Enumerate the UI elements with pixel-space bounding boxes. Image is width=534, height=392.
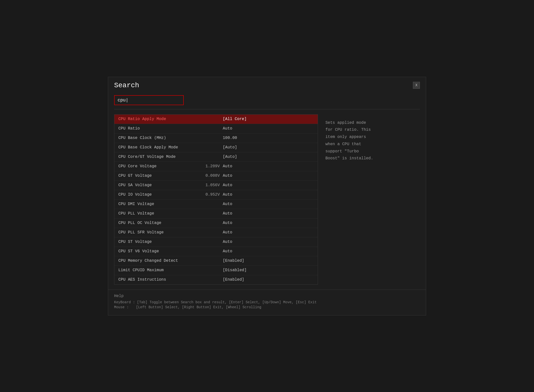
- mouse-help-row: Mouse : [Left Button] Select, [Right But…: [114, 305, 420, 309]
- keyboard-label: KeyBoard :: [114, 300, 135, 304]
- info-panel: Sets applied modefor CPU ratio. Thisitem…: [318, 114, 420, 285]
- row-value: Auto: [223, 249, 232, 254]
- table-row[interactable]: CPU SA Voltage1.056VAuto: [114, 181, 318, 190]
- row-value: [Auto]: [223, 155, 237, 159]
- row-value: Auto: [223, 174, 232, 178]
- row-value: Auto: [223, 126, 232, 131]
- content-area: CPU Ratio Apply Mode[All Core]CPU RatioA…: [114, 114, 420, 285]
- table-row[interactable]: CPU Ratio Apply Mode[All Core]: [114, 115, 318, 124]
- table-row[interactable]: CPU DMI VoltageAuto: [114, 200, 318, 209]
- info-text: Sets applied modefor CPU ratio. Thisitem…: [325, 121, 373, 161]
- row-name: CPU Memory Changed Detect: [118, 259, 203, 263]
- row-voltage: 1.056V: [203, 183, 223, 187]
- table-row[interactable]: CPU Base Clock Apply Mode[Auto]: [114, 143, 318, 152]
- table-row[interactable]: Limit CPUID Maximum[Disabled]: [114, 266, 318, 275]
- row-name: CPU Base Clock (MHz): [118, 136, 203, 140]
- row-name: CPU AES Instructions: [118, 277, 203, 282]
- table-row[interactable]: CPU AES Instructions[Enabled]: [114, 275, 318, 285]
- row-name: CPU Ratio: [118, 126, 203, 131]
- row-voltage: 0.952V: [203, 192, 223, 197]
- row-value: Auto: [223, 221, 232, 225]
- row-voltage: 1.209V: [203, 164, 223, 169]
- row-name: CPU Core Voltage: [118, 164, 203, 169]
- table-row[interactable]: CPU IO Voltage0.952VAuto: [114, 190, 318, 200]
- mouse-label: Mouse :: [114, 305, 134, 309]
- row-name: CPU Ratio Apply Mode: [118, 117, 203, 121]
- row-value: Auto: [223, 164, 232, 169]
- keyboard-text: [Tab] Toggle between Search box and resu…: [137, 300, 317, 304]
- close-button[interactable]: X: [413, 82, 420, 89]
- row-value: [Disabled]: [223, 268, 247, 272]
- row-name: CPU ST V6 Voltage: [118, 249, 203, 254]
- table-row[interactable]: CPU Core Voltage1.209VAuto: [114, 162, 318, 171]
- table-row[interactable]: CPU Memory Changed Detect[Enabled]: [114, 256, 318, 266]
- row-name: CPU PLL SFR Voltage: [118, 230, 203, 235]
- help-section: Help KeyBoard : [Tab] Toggle between Sea…: [108, 290, 426, 315]
- mouse-text: [Left Button] Select, [Right Button] Exi…: [136, 305, 261, 309]
- row-value: Auto: [223, 230, 232, 235]
- row-name: CPU Core/GT Voltage Mode: [118, 155, 203, 159]
- row-value: [Enabled]: [223, 277, 244, 282]
- table-row[interactable]: CPU RatioAuto: [114, 124, 318, 133]
- table-row[interactable]: CPU PLL OC VoltageAuto: [114, 218, 318, 228]
- row-name: CPU PLL OC Voltage: [118, 221, 203, 225]
- search-input[interactable]: [114, 95, 184, 105]
- table-row[interactable]: CPU GT Voltage0.008VAuto: [114, 171, 318, 181]
- row-name: CPU SA Voltage: [118, 183, 203, 187]
- table-row[interactable]: CPU Base Clock (MHz)100.00: [114, 133, 318, 143]
- help-title: Help: [114, 294, 420, 298]
- row-value: Auto: [223, 183, 232, 187]
- table-row[interactable]: CPU ST V6 VoltageAuto: [114, 247, 318, 256]
- row-name: CPU ST Voltage: [118, 240, 203, 244]
- row-value: Auto: [223, 211, 232, 216]
- row-value: Auto: [223, 240, 232, 244]
- keyboard-help-row: KeyBoard : [Tab] Toggle between Search b…: [114, 300, 420, 304]
- row-name: CPU DMI Voltage: [118, 202, 203, 206]
- row-voltage: 0.008V: [203, 174, 223, 178]
- row-name: CPU IO Voltage: [118, 192, 203, 197]
- search-dialog: Search X CPU Ratio Apply Mode[All Core]C…: [108, 77, 426, 315]
- row-value: [Enabled]: [223, 259, 244, 263]
- row-name: Limit CPUID Maximum: [118, 268, 203, 272]
- table-row[interactable]: CPU ST VoltageAuto: [114, 237, 318, 247]
- row-name: CPU Base Clock Apply Mode: [118, 145, 203, 150]
- results-panel: CPU Ratio Apply Mode[All Core]CPU RatioA…: [114, 114, 318, 285]
- row-value: Auto: [223, 192, 232, 197]
- row-value: [All Core]: [223, 117, 247, 121]
- table-row[interactable]: CPU PLL SFR VoltageAuto: [114, 228, 318, 237]
- top-divider: [114, 109, 420, 109]
- row-name: CPU PLL Voltage: [118, 211, 203, 216]
- row-name: CPU GT Voltage: [118, 174, 203, 178]
- row-value: 100.00: [223, 136, 237, 140]
- search-section: [108, 92, 426, 109]
- row-value: [Auto]: [223, 145, 237, 150]
- dialog-header: Search X: [108, 77, 426, 92]
- dialog-title: Search: [114, 82, 139, 89]
- table-row[interactable]: CPU Core/GT Voltage Mode[Auto]: [114, 152, 318, 162]
- row-value: Auto: [223, 202, 232, 206]
- table-row[interactable]: CPU PLL VoltageAuto: [114, 209, 318, 218]
